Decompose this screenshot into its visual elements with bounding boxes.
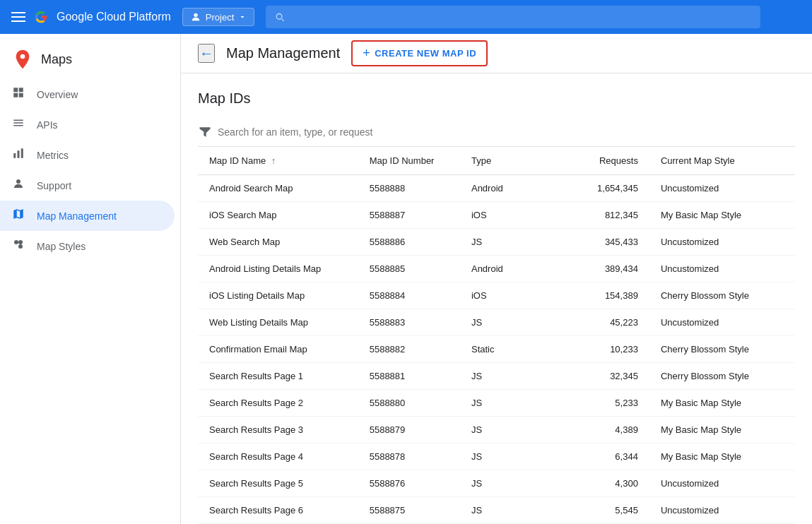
- svg-point-9: [18, 240, 23, 244]
- map-management-icon: [12, 208, 25, 220]
- sidebar-label-map-styles: Map Styles: [37, 241, 86, 252]
- sidebar-item-map-management[interactable]: Map Management: [0, 201, 175, 231]
- cell-number: 5588886: [358, 229, 460, 256]
- table-row[interactable]: Search Results Page 3 5588879 JS 4,389 M…: [198, 417, 795, 443]
- sidebar-item-metrics[interactable]: Metrics: [0, 140, 175, 170]
- svg-rect-5: [21, 148, 23, 158]
- main-content: ← Map Management + CREATE NEW MAP ID Map…: [181, 34, 812, 524]
- cell-number: 5588878: [358, 443, 460, 470]
- sidebar-item-map-styles[interactable]: Map Styles: [0, 231, 175, 261]
- table-row[interactable]: Search Results Page 1 5588881 JS 32,345 …: [198, 363, 795, 390]
- google-logo-icon: [34, 10, 48, 24]
- sidebar-label-metrics: Metrics: [37, 150, 69, 161]
- svg-point-8: [18, 244, 23, 249]
- cell-number: 5588875: [358, 497, 460, 524]
- col-header-requests: Requests: [548, 147, 649, 175]
- top-navbar: Google Cloud Platform Project: [0, 0, 812, 34]
- metrics-icon: [12, 147, 25, 160]
- content-area: Map IDs Map ID Name ↑ Map ID Number Type: [181, 73, 812, 524]
- cell-style: Uncustomized: [649, 497, 795, 524]
- table-row[interactable]: Search Results Page 6 5588875 JS 5,545 U…: [198, 497, 795, 524]
- cell-style: My Basic Map Style: [649, 390, 795, 417]
- cell-name: Android Search Map: [198, 175, 358, 202]
- col-header-number: Map ID Number: [358, 147, 460, 175]
- sidebar-header: Maps: [0, 40, 180, 79]
- table-row[interactable]: Web Listing Details Map 5588883 JS 45,22…: [198, 309, 795, 336]
- section-title: Map IDs: [198, 90, 795, 107]
- search-bar[interactable]: [266, 6, 760, 28]
- project-label: Project: [206, 12, 234, 23]
- cell-requests: 389,434: [548, 256, 649, 282]
- cell-style: My Basic Map Style: [649, 417, 795, 443]
- support-icon: [12, 177, 25, 190]
- cell-name: Search Results Page 2: [198, 390, 358, 417]
- page-title: Map Management: [226, 45, 340, 61]
- cell-type: iOS: [460, 202, 548, 229]
- cell-name: Web Search Map: [198, 229, 358, 256]
- cell-style: My Basic Map Style: [649, 202, 795, 229]
- sidebar-item-support[interactable]: Support: [0, 170, 175, 201]
- table-row[interactable]: Android Search Map 5588888 Android 1,654…: [198, 175, 795, 202]
- cell-type: Android: [460, 175, 548, 202]
- cell-number: 5588876: [358, 470, 460, 497]
- table-row[interactable]: Confirmation Email Map 5588882 Static 10…: [198, 336, 795, 363]
- cell-name: Android Listing Details Map: [198, 256, 358, 282]
- sidebar-label-support: Support: [37, 180, 71, 191]
- cell-number: 5588880: [358, 390, 460, 417]
- cell-style: Cherry Blossom Style: [649, 363, 795, 390]
- cell-type: Android: [460, 256, 548, 282]
- cell-requests: 45,223: [548, 309, 649, 336]
- table-search-input[interactable]: [218, 126, 430, 138]
- table-row[interactable]: Search Results Page 2 5588880 JS 5,233 M…: [198, 390, 795, 417]
- cell-requests: 32,345: [548, 363, 649, 390]
- cell-type: JS: [460, 417, 548, 443]
- cell-requests: 5,545: [548, 497, 649, 524]
- col-header-style: Current Map Style: [649, 147, 795, 175]
- cell-name: Search Results Page 4: [198, 443, 358, 470]
- cell-name: Search Results Page 1: [198, 363, 358, 390]
- sidebar: Maps Overview APIs Metrics Support Map M…: [0, 34, 181, 524]
- hamburger-menu[interactable]: [11, 12, 25, 22]
- cell-type: JS: [460, 497, 548, 524]
- col-header-type: Type: [460, 147, 548, 175]
- cell-type: JS: [460, 470, 548, 497]
- map-styles-icon: [12, 238, 25, 251]
- table-row[interactable]: Search Results Page 5 5588876 JS 4,300 U…: [198, 470, 795, 497]
- sidebar-app-title: Maps: [41, 52, 72, 67]
- table-body: Android Search Map 5588888 Android 1,654…: [198, 175, 795, 525]
- sidebar-label-apis: APIs: [37, 119, 58, 131]
- table-row[interactable]: Android Listing Details Map 5588885 Andr…: [198, 256, 795, 282]
- project-selector[interactable]: Project: [182, 8, 254, 26]
- project-icon: [190, 11, 201, 23]
- cell-type: Static: [460, 336, 548, 363]
- cell-requests: 10,233: [548, 336, 649, 363]
- sidebar-item-apis[interactable]: APIs: [0, 109, 175, 140]
- overview-icon: [12, 86, 25, 99]
- svg-point-6: [16, 179, 20, 184]
- svg-point-2: [20, 54, 25, 59]
- global-search-input[interactable]: [291, 11, 753, 23]
- map-ids-table: Map ID Name ↑ Map ID Number Type Request…: [198, 147, 795, 524]
- cell-type: JS: [460, 443, 548, 470]
- cell-number: 5588883: [358, 309, 460, 336]
- sidebar-label-overview: Overview: [37, 89, 78, 100]
- cell-requests: 1,654,345: [548, 175, 649, 202]
- table-row[interactable]: iOS Search Map 5588887 iOS 812,345 My Ba…: [198, 202, 795, 229]
- cell-style: Uncustomized: [649, 175, 795, 202]
- table-row[interactable]: Web Search Map 5588886 JS 345,433 Uncust…: [198, 229, 795, 256]
- cell-name: iOS Search Map: [198, 202, 358, 229]
- table-row[interactable]: Search Results Page 4 5588878 JS 6,344 M…: [198, 443, 795, 470]
- cell-requests: 345,433: [548, 229, 649, 256]
- cell-type: JS: [460, 363, 548, 390]
- col-header-name[interactable]: Map ID Name ↑: [198, 147, 358, 175]
- back-button[interactable]: ←: [198, 44, 215, 63]
- cell-number: 5588879: [358, 417, 460, 443]
- table-row[interactable]: iOS Listing Details Map 5588884 iOS 154,…: [198, 282, 795, 309]
- cell-style: My Basic Map Style: [649, 443, 795, 470]
- gcp-title: Google Cloud Platform: [57, 11, 171, 23]
- create-new-map-id-button[interactable]: + CREATE NEW MAP ID: [351, 40, 488, 66]
- cell-number: 5588882: [358, 336, 460, 363]
- cell-requests: 812,345: [548, 202, 649, 229]
- sidebar-item-overview[interactable]: Overview: [0, 79, 175, 109]
- cell-type: JS: [460, 390, 548, 417]
